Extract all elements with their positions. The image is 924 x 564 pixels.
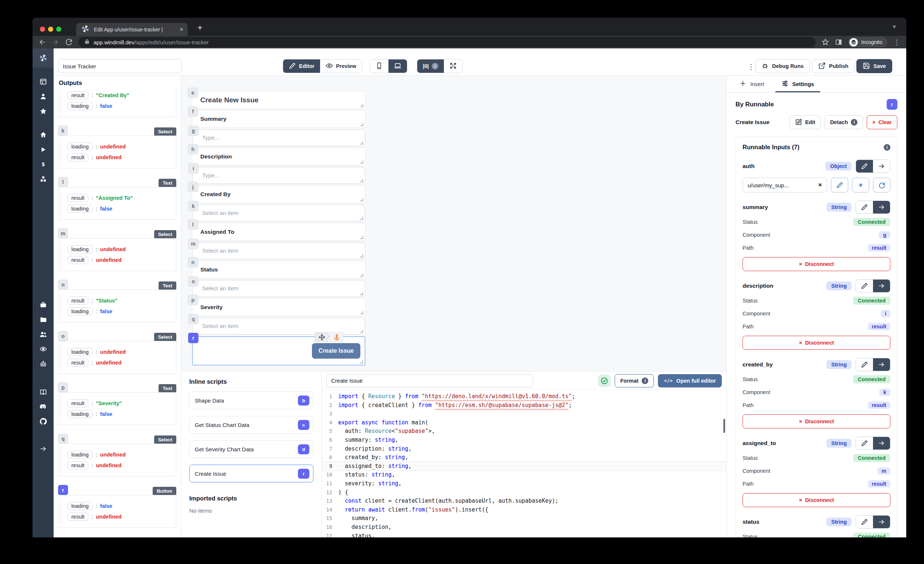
open-full-editor-button[interactable]: </> Open full editor — [658, 374, 722, 387]
connect-mode-button[interactable] — [873, 160, 890, 172]
new-tab-button[interactable]: + — [197, 22, 202, 33]
code-line[interactable]: 6 summary: string, — [322, 436, 726, 445]
inline-script-item[interactable]: Get Status Chart Datac — [189, 416, 314, 434]
code-line[interactable]: 7 description: string, — [322, 445, 726, 453]
sidebar-item-cubes-icon[interactable] — [33, 172, 54, 187]
script-name-input[interactable] — [326, 374, 533, 387]
connect-mode-button[interactable] — [873, 280, 890, 292]
static-mode-button[interactable] — [856, 437, 873, 449]
static-mode-button[interactable] — [856, 280, 873, 292]
debug-runs-button[interactable]: Debug Runs — [755, 59, 810, 73]
static-mode-button[interactable] — [856, 516, 873, 528]
resize-handle[interactable] — [360, 161, 363, 164]
inline-script-item[interactable]: Get Severity Chart Datad — [189, 440, 314, 458]
sidebar-item-users-icon[interactable] — [33, 327, 54, 342]
sidebar-item-star-icon[interactable] — [33, 104, 54, 118]
tab-preview[interactable]: Preview — [320, 60, 362, 73]
code-line[interactable]: 1import { Resource } from "https://deno.… — [322, 392, 726, 401]
back-icon[interactable] — [39, 39, 46, 46]
code-line[interactable]: 4export async function main( — [322, 419, 726, 427]
tab-settings[interactable]: Settings — [782, 76, 814, 92]
disconnect-button[interactable]: ×Disconnect — [742, 336, 890, 350]
desktop-view-button[interactable] — [388, 60, 407, 73]
address-bar[interactable]: app.windmill.dev/apps/edit/u/user/issue-… — [78, 37, 816, 47]
traffic-light-zoom[interactable] — [56, 27, 62, 32]
code-line[interactable]: 10 status: string, — [322, 471, 726, 479]
resize-handle[interactable] — [360, 311, 363, 314]
canvas-component-r-button[interactable]: rCreate Issue — [192, 337, 365, 365]
output-row[interactable]: result:"Status" — [67, 296, 171, 305]
resize-handle[interactable] — [360, 123, 363, 126]
sidebar-item-discord-icon[interactable] — [33, 399, 54, 414]
canvas-component-n-label[interactable]: nStatus — [192, 261, 365, 278]
app-name-input[interactable] — [58, 59, 182, 73]
edit-button[interactable]: Edit — [789, 115, 821, 129]
tab-search-chevron-icon[interactable]: ▼ — [892, 24, 897, 30]
canvas-component-o-select[interactable]: oSelect an item — [192, 280, 365, 297]
detach-button[interactable]: Detach i — [825, 115, 863, 129]
output-row[interactable]: loading:undefined — [67, 142, 171, 151]
connect-mode-button[interactable] — [873, 358, 890, 371]
publish-button[interactable]: Publish — [812, 59, 855, 73]
output-row[interactable]: loading:undefined — [67, 450, 171, 459]
resource-input[interactable]: u/user/my_sup... × — [742, 178, 827, 192]
edit-resource-button[interactable] — [831, 178, 848, 192]
output-row[interactable]: loading:undefined — [67, 348, 171, 356]
forward-icon[interactable] — [52, 39, 59, 46]
connect-mode-button[interactable] — [873, 437, 890, 449]
canvas-component-l-label[interactable]: lAssigned To — [192, 223, 365, 241]
code-line[interactable]: 17 status, — [322, 532, 726, 538]
disconnect-button[interactable]: ×Disconnect — [742, 414, 890, 428]
sidebar-item-arrow-right-icon[interactable] — [33, 441, 54, 456]
disconnect-button[interactable]: ×Disconnect — [742, 257, 890, 271]
canvas-component-e-title[interactable]: eCreate New Issue — [192, 91, 365, 109]
code-line[interactable]: 14 return await client.from("issues").in… — [322, 506, 726, 515]
code-line[interactable]: 16 description, — [322, 523, 726, 532]
resize-handle[interactable] — [360, 217, 363, 220]
output-row[interactable]: result:"Created By" — [67, 91, 171, 99]
sidebar-item-eye-icon[interactable] — [33, 342, 54, 356]
tab-editor[interactable]: Editor — [283, 60, 320, 73]
code-line[interactable]: 5 auth: Resource<"supabase">, — [322, 427, 726, 436]
canvas-component-i-input[interactable]: iType... — [192, 167, 365, 184]
sidebar-item-home-icon[interactable] — [33, 127, 54, 142]
code-line[interactable]: 11 severity: string, — [322, 479, 726, 488]
create-issue-button[interactable]: Create Issue — [312, 343, 360, 359]
sidebar-item-apps-icon[interactable] — [33, 74, 54, 89]
move-icon[interactable] — [315, 332, 328, 342]
outputs-panel-toggle[interactable]: |0| i — [417, 60, 444, 73]
code-line[interactable]: 15 summary, — [322, 514, 726, 523]
output-row[interactable]: result:"Assigned To" — [67, 194, 171, 202]
sidebar-item-folder-icon[interactable] — [33, 312, 54, 327]
sidebar-item-github-icon[interactable] — [33, 414, 54, 429]
output-row[interactable]: loading:false — [67, 410, 171, 418]
refresh-resource-button[interactable] — [873, 178, 890, 192]
static-mode-button[interactable] — [856, 201, 873, 214]
mobile-view-button[interactable] — [370, 60, 388, 73]
browser-tab[interactable]: Edit App u/user/issue-tracker | × — [76, 23, 188, 36]
canvas-component-p-label[interactable]: pSeverity — [192, 299, 365, 316]
output-row[interactable]: result:undefined — [67, 513, 171, 521]
resize-handle[interactable] — [360, 141, 363, 144]
resize-handle[interactable] — [360, 330, 363, 333]
inline-script-item[interactable]: Create Issuer — [189, 465, 314, 482]
connect-mode-button[interactable] — [873, 201, 890, 214]
static-mode-button[interactable] — [856, 358, 873, 371]
save-button[interactable]: Save — [856, 59, 892, 73]
fullscreen-button[interactable] — [444, 60, 462, 73]
disconnect-button[interactable]: ×Disconnect — [742, 493, 890, 507]
output-row[interactable]: result:undefined — [67, 256, 171, 264]
resize-handle[interactable] — [360, 254, 363, 257]
more-options-icon[interactable]: ⋮ — [747, 63, 755, 71]
code-line[interactable]: 3 — [322, 410, 726, 419]
refresh-icon[interactable] — [65, 39, 72, 46]
canvas-component-h-label[interactable]: hDescription — [192, 148, 365, 165]
sidebar-item-play-icon[interactable] — [33, 142, 54, 157]
clear-button[interactable]: × Clear — [867, 115, 897, 129]
code-line[interactable]: 13 const client = createClient(auth.supa… — [322, 497, 726, 506]
resize-handle[interactable] — [360, 292, 363, 295]
static-mode-button[interactable] — [856, 160, 873, 172]
bookmark-star-icon[interactable] — [822, 39, 829, 46]
code-line[interactable]: 9 assigned_to: string, — [322, 462, 726, 471]
output-row[interactable]: loading:undefined — [67, 245, 171, 253]
